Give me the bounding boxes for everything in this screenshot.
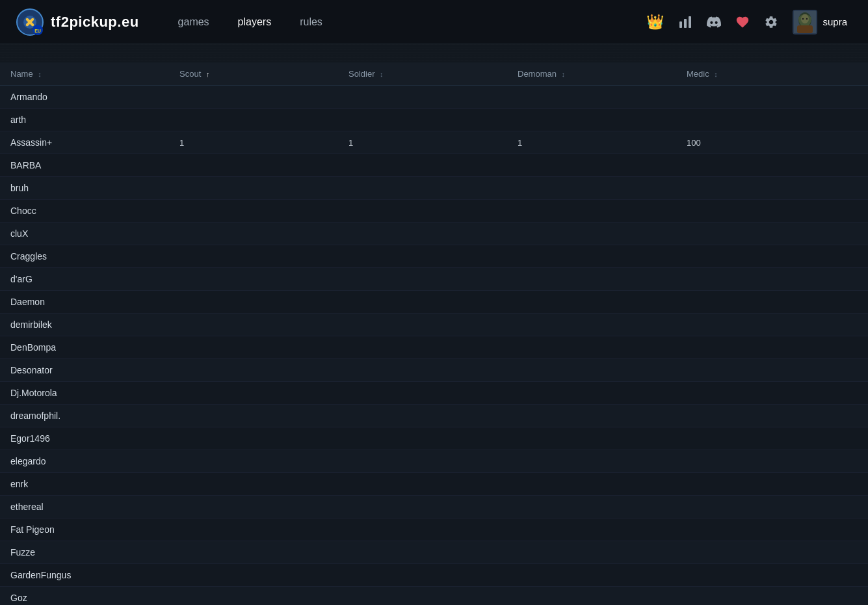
table-row[interactable]: Armando [0,86,868,109]
table-row[interactable]: Daemon [0,291,868,314]
main-nav: games players rules [165,11,642,33]
table-row[interactable]: Assassin+111100 [0,131,868,154]
avatar [793,10,817,34]
player-scout-cell [169,154,338,177]
table-row[interactable]: Fat Pigeon [0,518,868,541]
table-row[interactable]: GardenFungus [0,564,868,587]
chart-icon [678,15,692,29]
table-row[interactable]: demirbilek [0,314,868,336]
player-demoman-cell: 1 [507,131,676,154]
player-name-cell: Desonator [0,359,169,382]
navbar: EU tf2pickup.eu games players rules 👑 [0,0,868,44]
table-row[interactable]: Egor1496 [0,427,868,450]
player-medic-cell [676,291,868,314]
username-label: supra [822,16,847,27]
player-name-cell: d'arG [0,268,169,291]
table-row[interactable]: elegardo [0,450,868,473]
player-name-cell: Fuzze [0,541,169,564]
navbar-icons: 👑 [641,7,852,37]
player-medic-cell [676,587,868,606]
nav-link-rules[interactable]: rules [287,11,335,33]
player-demoman-cell [507,587,676,606]
col-header-soldier[interactable]: Soldier ↕ [338,62,507,86]
player-demoman-cell [507,382,676,405]
svg-point-14 [806,18,808,19]
table-row[interactable]: Goz [0,587,868,606]
table-row[interactable]: dreamofphil. [0,405,868,427]
player-name-cell: GardenFungus [0,564,169,587]
player-medic-cell [676,154,868,177]
player-name-cell: BARBA [0,154,169,177]
table-row[interactable]: BARBA [0,154,868,177]
player-name-cell: dreamofphil. [0,405,169,427]
settings-button[interactable] [759,10,783,34]
table-row[interactable]: Fuzze [0,541,868,564]
support-button[interactable] [730,10,755,34]
leaderboard-button[interactable]: 👑 [641,8,669,36]
user-profile-button[interactable]: supra [787,7,852,37]
discord-button[interactable] [702,10,726,34]
player-scout-cell [169,359,338,382]
heart-icon [735,15,750,29]
table-row[interactable]: enrk [0,473,868,496]
avatar-image [794,11,816,33]
player-soldier-cell [338,496,507,518]
table-row[interactable]: ethereal [0,496,868,518]
col-medic-label: Medic [687,69,709,79]
col-header-name[interactable]: Name ↕ [0,62,169,86]
nav-link-games[interactable]: games [165,11,222,33]
player-demoman-cell [507,496,676,518]
col-header-demoman[interactable]: Demoman ↕ [507,62,676,86]
player-medic-cell [676,314,868,336]
player-demoman-cell [507,245,676,268]
table-row[interactable]: Dj.Motorola [0,382,868,405]
discord-icon [707,15,721,29]
player-medic-cell [676,541,868,564]
player-name-cell: Dj.Motorola [0,382,169,405]
player-soldier-cell [338,245,507,268]
players-table-container: Name ↕ Scout ↑ Soldier ↕ Demoman ↕ Medic [0,62,868,605]
table-row[interactable]: Desonator [0,359,868,382]
player-demoman-cell [507,336,676,359]
player-demoman-cell [507,314,676,336]
player-name-cell: Assassin+ [0,131,169,154]
player-name-cell: Daemon [0,291,169,314]
player-demoman-cell [507,473,676,496]
player-scout-cell [169,245,338,268]
player-demoman-cell [507,154,676,177]
table-row[interactable]: Chocc [0,200,868,222]
table-row[interactable]: bruh [0,177,868,200]
player-medic-cell [676,177,868,200]
player-demoman-cell [507,564,676,587]
player-scout-cell [169,518,338,541]
col-header-scout[interactable]: Scout ↑ [169,62,338,86]
player-soldier-cell: 1 [338,131,507,154]
player-soldier-cell [338,200,507,222]
player-scout-cell [169,564,338,587]
player-soldier-cell [338,268,507,291]
table-row[interactable]: d'arG [0,268,868,291]
player-medic-cell [676,86,868,109]
table-row[interactable]: Craggles [0,245,868,268]
player-name-cell: Fat Pigeon [0,518,169,541]
player-demoman-cell [507,541,676,564]
table-header-row: Name ↕ Scout ↑ Soldier ↕ Demoman ↕ Medic [0,62,868,86]
player-name-cell: Goz [0,587,169,606]
player-soldier-cell [338,314,507,336]
player-scout-cell [169,314,338,336]
stats-button[interactable] [673,10,698,34]
table-row[interactable]: cluX [0,222,868,245]
player-soldier-cell [338,154,507,177]
nav-link-players[interactable]: players [225,11,285,33]
table-row[interactable]: DenBompa [0,336,868,359]
player-name-cell: arth [0,109,169,131]
brand-logo-link[interactable]: EU tf2pickup.eu [16,8,139,36]
col-header-medic[interactable]: Medic ↕ [676,62,868,86]
table-row[interactable]: arth [0,109,868,131]
player-medic-cell [676,359,868,382]
col-soldier-sort: ↕ [380,70,384,78]
player-scout-cell [169,291,338,314]
player-name-cell: enrk [0,473,169,496]
player-medic-cell [676,518,868,541]
svg-text:EU: EU [34,29,41,33]
